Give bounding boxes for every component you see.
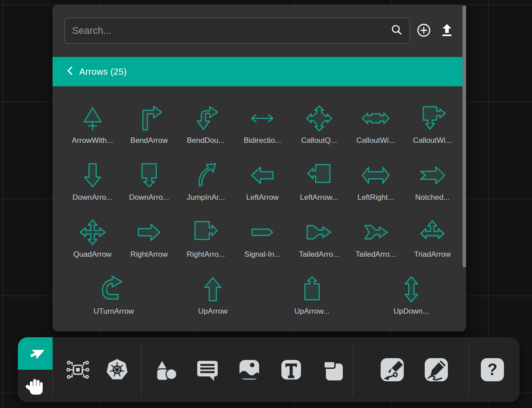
shape-label: LeftRight... — [357, 193, 394, 202]
tailed-arrow-2-icon — [360, 216, 392, 248]
shape-label: Signal-In... — [244, 250, 280, 259]
shape-item-bend-double-arrow[interactable]: BendDou... — [179, 102, 232, 159]
shape-item-notched-right-arrow[interactable]: Notched... — [406, 159, 459, 216]
up-down-arrow-icon — [395, 273, 427, 305]
left-arrow-callout-icon — [303, 159, 335, 191]
image-icon — [237, 358, 261, 382]
u-turn-arrow-icon — [97, 273, 130, 305]
left-right-arrow-icon — [360, 159, 392, 191]
freehand-draw-tool[interactable] — [424, 357, 449, 382]
add-shape-button[interactable] — [416, 23, 432, 39]
callout-right-down-arrow-icon — [416, 102, 448, 134]
shape-label: Bidirectio... — [244, 136, 281, 145]
shape-label: RightArro... — [187, 250, 225, 259]
shape-item-tailed-arrow[interactable]: TailedArro... — [292, 216, 346, 273]
shape-library-panel: Arrows (25) ArrowWith... BendArrow BendD… — [53, 4, 466, 331]
jump-in-arrow-icon — [190, 159, 222, 191]
shape-item-bidirectional-arrow[interactable]: Bidirectio... — [236, 102, 289, 159]
bidirectional-arrow-icon — [246, 102, 278, 134]
shape-item-quad-arrow[interactable]: QuadArrow — [66, 216, 119, 273]
shape-label: Notched... — [415, 193, 450, 202]
help-button[interactable]: ? — [480, 357, 505, 382]
arrow-with-tail-icon — [77, 102, 109, 134]
shape-item-callout-right-down-arrow[interactable]: CalloutWi... — [406, 102, 459, 159]
infrastructure-shapes-tool[interactable] — [65, 357, 90, 382]
shape-item-arrow-with-tail[interactable]: ArrowWith... — [66, 102, 119, 159]
shape-item-callout-quad-arrow[interactable]: CalloutQ... — [292, 102, 346, 159]
bottom-toolbar: ? — [18, 337, 520, 402]
signal-in-icon — [246, 216, 278, 248]
card-icon — [321, 358, 345, 382]
pan-tool-button[interactable] — [18, 370, 53, 402]
shape-label: BendArrow — [130, 136, 168, 145]
shape-label: UpArrow... — [294, 307, 329, 316]
comment-icon — [195, 358, 219, 382]
toolbar-group-2 — [142, 337, 353, 402]
shape-item-down-arrow[interactable]: DownArro... — [66, 159, 119, 216]
search-box[interactable] — [65, 18, 410, 44]
library-toolbar — [53, 4, 466, 57]
shape-item-signal-in[interactable]: Signal-In... — [236, 216, 289, 273]
shape-label: UpArrow — [198, 307, 227, 316]
shape-item-up-down-arrow[interactable]: UpDown... — [385, 273, 438, 330]
select-tool-button[interactable] — [18, 337, 53, 370]
up-arrow-callout-icon — [296, 273, 328, 305]
shape-item-up-arrow-callout[interactable]: UpArrow... — [285, 273, 339, 330]
shape-item-left-arrow-callout[interactable]: LeftArrow... — [292, 159, 346, 216]
tailed-arrow-icon — [303, 216, 335, 248]
toolbar-group-3 — [353, 337, 468, 402]
shape-item-tailed-arrow-2[interactable]: TailedArro... — [349, 216, 402, 273]
shape-item-up-arrow[interactable]: UpArrow — [186, 273, 240, 330]
right-arrow-callout-icon — [190, 216, 222, 248]
upload-icon — [441, 24, 453, 38]
bend-arrow-icon — [133, 102, 165, 134]
shape-label: UpDown... — [394, 307, 429, 316]
chevron-left-icon — [67, 66, 73, 77]
plus-circle-icon — [417, 23, 431, 39]
shape-row: UTurnArrow UpArrow UpArrow... UpDown... — [64, 273, 461, 330]
comment-tool[interactable] — [195, 357, 220, 382]
quad-arrow-icon — [77, 216, 109, 248]
shape-item-u-turn-arrow[interactable]: UTurnArrow — [87, 273, 140, 330]
shape-label: TailedArro... — [356, 250, 396, 259]
image-tool[interactable] — [237, 357, 262, 382]
shape-label: TriadArrow — [414, 250, 451, 259]
shape-label: BendDou... — [187, 136, 225, 145]
shape-label: QuadArrow — [73, 250, 112, 259]
shape-item-right-arrow[interactable]: RightArrow — [122, 216, 176, 273]
down-arrow-icon — [77, 159, 109, 191]
help-icon: ? — [480, 358, 504, 382]
toolbar-group-1 — [53, 337, 141, 402]
text-icon — [279, 358, 303, 382]
toolbar-group-4: ? — [469, 337, 505, 402]
connector-pen-tool[interactable] — [380, 357, 405, 382]
shape-item-triad-arrow[interactable]: TriadArrow — [406, 216, 459, 273]
shape-label: ArrowWith... — [72, 136, 113, 145]
shape-label: CalloutWi... — [357, 136, 395, 145]
kubernetes-icon — [105, 358, 129, 382]
text-tool[interactable] — [279, 357, 304, 382]
shape-label: LeftArrow — [246, 193, 279, 202]
canvas[interactable]: Arrows (25) ArrowWith... BendArrow BendD… — [0, 0, 532, 408]
shapes-tool[interactable] — [153, 357, 178, 382]
shape-item-down-arrow-callout[interactable]: DownArro... — [122, 159, 176, 216]
shape-item-right-arrow-callout[interactable]: RightArro... — [179, 216, 232, 273]
shape-label: UTurnArrow — [93, 307, 134, 316]
card-tool[interactable] — [321, 357, 345, 382]
shape-item-left-arrow[interactable]: LeftArrow — [236, 159, 289, 216]
shape-grid: ArrowWith... BendArrow BendDou... Bidire… — [53, 86, 466, 331]
search-input[interactable] — [72, 25, 391, 36]
shape-item-callout-left-right-arrow[interactable]: CalloutWi... — [349, 102, 402, 159]
shape-item-left-right-arrow[interactable]: LeftRight... — [349, 159, 402, 216]
shape-row: ArrowWith... BendArrow BendDou... Bidire… — [64, 102, 461, 159]
shape-label: RightArrow — [130, 250, 168, 259]
upload-shape-button[interactable] — [439, 23, 455, 39]
right-arrow-icon — [133, 216, 165, 248]
shape-item-bend-arrow[interactable]: BendArrow — [122, 102, 176, 159]
kubernetes-shapes-tool[interactable] — [105, 357, 130, 382]
category-header[interactable]: Arrows (25) — [53, 57, 466, 86]
pen-arrow-icon — [380, 358, 404, 382]
shape-item-jump-in-arrow[interactable]: JumpInAr... — [179, 159, 232, 216]
shape-row: QuadArrow RightArrow RightArro... Signal… — [64, 216, 461, 273]
scrollbar-thumb[interactable] — [463, 5, 466, 267]
